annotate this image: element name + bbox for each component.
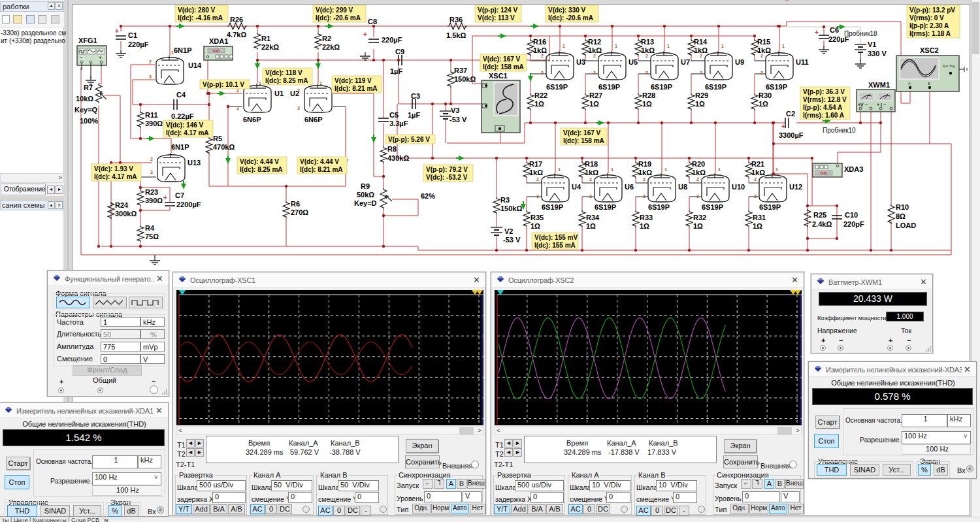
- svg-text:C3: C3: [411, 92, 420, 100]
- svg-text:I(dc): 158 mA: I(dc): 158 mA: [483, 63, 524, 71]
- svg-text:R14: R14: [694, 38, 708, 46]
- svg-text:3: 3: [696, 194, 699, 199]
- svg-text:−: −: [80, 55, 83, 61]
- svg-text:1Ω: 1Ω: [693, 222, 703, 230]
- svg-text:I(dc): -20.6 mA: I(dc): -20.6 mA: [548, 14, 593, 22]
- svg-text:U14: U14: [188, 61, 202, 69]
- svg-text:390Ω: 390Ω: [145, 120, 163, 127]
- svg-text:R12: R12: [588, 38, 601, 46]
- svg-text:V(p-p): 124 V: V(p-p): 124 V: [478, 7, 517, 14]
- svg-text:R25: R25: [813, 211, 826, 219]
- svg-text:U8: U8: [678, 183, 687, 191]
- svg-text:C8: C8: [368, 18, 377, 25]
- svg-text:V(dc): 167 V: V(dc): 167 V: [483, 56, 521, 63]
- svg-text:R23: R23: [145, 188, 158, 196]
- svg-text:C5: C5: [389, 111, 399, 119]
- svg-text:Пробник18: Пробник18: [844, 30, 877, 37]
- svg-text:3: 3: [754, 194, 757, 199]
- svg-text:8Ω: 8Ω: [896, 212, 906, 220]
- svg-text:430kΩ: 430kΩ: [387, 154, 409, 162]
- svg-text:R24: R24: [115, 201, 129, 209]
- svg-text:U13: U13: [188, 159, 201, 167]
- svg-text:U10: U10: [732, 183, 745, 191]
- svg-text:R16: R16: [533, 38, 546, 46]
- svg-text:R13: R13: [641, 38, 654, 46]
- svg-text:+: +: [363, 31, 367, 38]
- svg-text:1: 1: [319, 81, 322, 86]
- svg-text:XSC2: XSC2: [920, 46, 939, 54]
- svg-text:1.5kΩ: 1.5kΩ: [446, 31, 466, 39]
- svg-text:1: 1: [721, 44, 724, 48]
- svg-text:R2: R2: [322, 35, 331, 42]
- svg-text:I(p-p): 4.54 A: I(p-p): 4.54 A: [803, 104, 842, 111]
- svg-text:2: 2: [696, 177, 699, 182]
- svg-text:R6: R6: [291, 200, 300, 208]
- svg-text:6S19P: 6S19P: [546, 83, 568, 91]
- svg-text:390Ω: 390Ω: [145, 197, 163, 204]
- svg-text:I(dc): 4.17 mA: I(dc): 4.17 mA: [94, 173, 137, 180]
- svg-text:V(dc): 113 V: V(dc): 113 V: [478, 14, 515, 22]
- svg-text:50kΩ: 50kΩ: [357, 191, 374, 199]
- svg-text:2.4kΩ: 2.4kΩ: [812, 220, 832, 228]
- svg-text:THD: THD: [212, 49, 220, 53]
- svg-text:-53 V: -53 V: [449, 116, 467, 123]
- svg-text:U5: U5: [629, 58, 638, 66]
- svg-text:C2: C2: [786, 110, 795, 118]
- svg-text:V(dc): 4.44 V: V(dc): 4.44 V: [300, 158, 339, 165]
- svg-text:C9: C9: [395, 48, 404, 56]
- svg-text:U9: U9: [735, 58, 744, 66]
- svg-text:1: 1: [782, 44, 785, 48]
- svg-text:I(rms): 1.60 A: I(rms): 1.60 A: [803, 112, 844, 119]
- svg-text:300kΩ: 300kΩ: [115, 210, 137, 218]
- svg-text:V(p-p): 10.1 V: V(p-p): 10.1 V: [203, 81, 244, 88]
- svg-text:62%: 62%: [421, 192, 435, 200]
- svg-text:XDA1: XDA1: [209, 37, 228, 45]
- svg-text:U11: U11: [796, 58, 809, 66]
- svg-text:1: 1: [664, 167, 667, 172]
- svg-text:C7: C7: [175, 191, 184, 199]
- svg-text:+: +: [115, 27, 119, 35]
- svg-text:3: 3: [150, 170, 153, 174]
- svg-text:V(p-p): 5.26 V: V(p-p): 5.26 V: [388, 136, 430, 143]
- svg-text:2: 2: [150, 157, 153, 161]
- svg-text:1: 1: [172, 145, 175, 150]
- svg-text:270Ω: 270Ω: [291, 208, 308, 216]
- svg-text:R30: R30: [759, 91, 772, 99]
- svg-text:1Ω: 1Ω: [534, 100, 544, 108]
- svg-text:I(dc): 158 mA: I(dc): 158 mA: [563, 137, 604, 144]
- svg-text:R33: R33: [640, 214, 653, 221]
- svg-text:Key=D: Key=D: [354, 199, 377, 207]
- svg-text:4.7kΩ: 4.7kΩ: [227, 31, 246, 39]
- svg-text:XFG1: XFG1: [78, 37, 97, 44]
- svg-text:0.22µF: 0.22µF: [171, 112, 194, 120]
- svg-text:3: 3: [589, 194, 592, 199]
- svg-text:3: 3: [536, 194, 539, 199]
- svg-text:1kΩ: 1kΩ: [585, 169, 598, 176]
- svg-text:2: 2: [760, 54, 763, 58]
- svg-text:V(p-p): 36.3 V: V(p-p): 36.3 V: [803, 88, 845, 95]
- svg-text:1: 1: [558, 167, 561, 172]
- svg-text:V(p-p): 13.2 pV: V(p-p): 13.2 pV: [909, 7, 955, 14]
- svg-text:R28: R28: [642, 91, 655, 99]
- svg-text:1kΩ: 1kΩ: [692, 169, 706, 176]
- svg-text:2: 2: [297, 88, 300, 93]
- svg-text:R18: R18: [585, 160, 598, 168]
- svg-text:V(dc): 330 V: V(dc): 330 V: [548, 7, 586, 14]
- svg-text:6S19P: 6S19P: [766, 83, 787, 91]
- svg-text:1Ω: 1Ω: [531, 222, 540, 230]
- svg-text:I(dc): -20.6 mA: I(dc): -20.6 mA: [316, 14, 361, 22]
- svg-text:1Ω: 1Ω: [642, 100, 652, 108]
- svg-text:150kΩ: 150kΩ: [454, 75, 476, 83]
- svg-text:2: 2: [700, 54, 702, 58]
- svg-text:2: 2: [593, 54, 596, 58]
- svg-text:1kΩ: 1kΩ: [751, 169, 765, 176]
- svg-text:3: 3: [760, 71, 763, 75]
- svg-text:R17: R17: [529, 160, 542, 168]
- svg-text:B: B: [928, 82, 930, 86]
- svg-text:2: 2: [754, 177, 757, 182]
- svg-text:V2: V2: [504, 227, 513, 235]
- svg-text:R11: R11: [145, 111, 158, 119]
- svg-text:I(dc): 8.21 mA: I(dc): 8.21 mA: [300, 166, 343, 173]
- svg-text:2: 2: [643, 177, 645, 182]
- svg-text:V(rms): 0 V: V(rms): 0 V: [909, 14, 944, 22]
